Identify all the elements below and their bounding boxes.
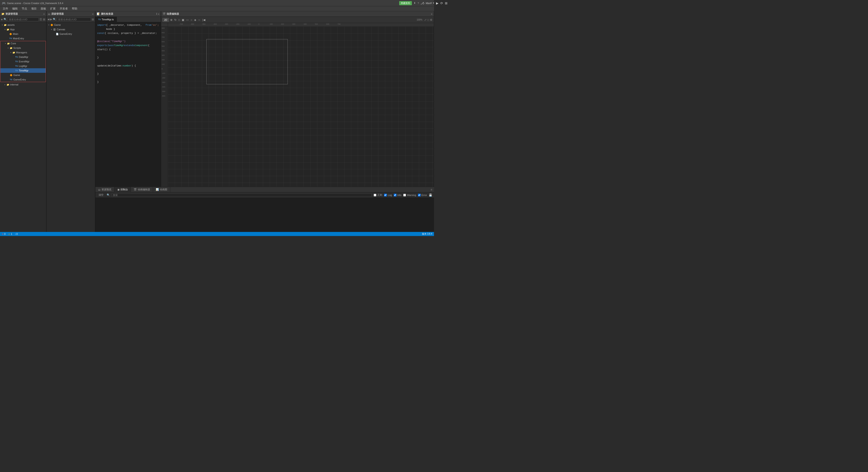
bottom-tab-timeline[interactable]: 📊 动画图 bbox=[153, 187, 170, 192]
download-icon[interactable]: ⬇ bbox=[414, 2, 416, 4]
asset-list-toggle-icon[interactable]: ☰ bbox=[39, 18, 42, 21]
scene-rotate-icon[interactable]: ↻ bbox=[174, 18, 177, 22]
menu-dev[interactable]: 开发者 bbox=[58, 6, 70, 11]
hierarchy-forward-icon[interactable]: ▶ bbox=[50, 18, 52, 21]
tree-item-assets[interactable]: ▾ 📁 assets bbox=[0, 23, 46, 27]
hierarchy-back-icon[interactable]: ◀ bbox=[48, 18, 49, 21]
asset-panel-toolbar: + 🔍 ☰ ⊞ bbox=[0, 17, 46, 22]
tree-item-eventmgr[interactable]: ▸ TS EventMgr bbox=[0, 59, 46, 64]
scene-play-icon[interactable]: ↔ bbox=[197, 18, 201, 22]
scene-scale-icon[interactable]: □ bbox=[178, 18, 180, 22]
tree-item-mainentry[interactable]: ▸ TS MainEntry bbox=[0, 36, 46, 41]
branch-dropdown-icon[interactable]: ▾ bbox=[433, 2, 434, 4]
scene-snap-icon[interactable]: ○ bbox=[190, 18, 193, 22]
console-search-icon: 🔍 bbox=[107, 193, 110, 196]
ruler-y-500: 500 bbox=[162, 45, 164, 47]
hierarchy-search-icon[interactable]: 🔍 bbox=[53, 18, 56, 21]
console-info-checkbox[interactable] bbox=[394, 194, 397, 196]
tree-label-mainentry: MainEntry bbox=[13, 37, 24, 40]
asset-tree: ▾ 📁 assets ▾ 📁 App ▸ 🔶 Main ▸ bbox=[0, 22, 46, 232]
scene-expand-icon[interactable]: ⤢ bbox=[424, 18, 427, 22]
asset-search-input[interactable] bbox=[8, 18, 39, 21]
editor-tab-timemgr[interactable]: TS TimeMgr.ts bbox=[95, 17, 117, 22]
tree-icon-scripts: 📁 bbox=[9, 46, 13, 50]
status-version: 版本 3.8.4 bbox=[422, 232, 432, 235]
console-clear-button[interactable]: 清空 bbox=[97, 193, 105, 197]
hierarchy-item-gameentry[interactable]: ▸ 📄 GameEntry bbox=[46, 32, 95, 36]
scene-editor-menu-icon[interactable]: ≡ bbox=[431, 13, 432, 15]
tree-item-gameentry-core[interactable]: ▸ TS GameEntry bbox=[0, 77, 46, 82]
menu-panel[interactable]: 面板 bbox=[39, 6, 48, 11]
hierarchy-search-input[interactable] bbox=[57, 18, 91, 21]
console-search-input[interactable] bbox=[112, 193, 372, 197]
publish-button[interactable]: 构建发布 bbox=[399, 1, 412, 5]
scene-rect-icon[interactable]: ▣ bbox=[181, 18, 185, 22]
code-editor-info-icon[interactable]: ℹ bbox=[156, 12, 157, 15]
asset-add-icon[interactable]: + bbox=[1, 18, 3, 21]
scene-2d-button[interactable]: 2D bbox=[162, 18, 169, 22]
tree-arrow-internal[interactable]: ▸ bbox=[4, 83, 6, 86]
tree-item-datamgr[interactable]: ▸ TS DataMgr bbox=[0, 55, 46, 59]
console-filter-warning[interactable]: Warning bbox=[403, 194, 416, 196]
asset-panel-menu-icon[interactable]: ≡ bbox=[43, 13, 45, 15]
console-warning-checkbox[interactable] bbox=[403, 194, 406, 196]
tree-item-timemgr[interactable]: ▸ TS TimeMgr bbox=[0, 68, 46, 73]
console-save-icon[interactable]: 💾 bbox=[429, 193, 432, 197]
console-filter-regex[interactable]: 正则 bbox=[374, 193, 382, 197]
hierarchy-panel-menu-icon[interactable]: ≡ bbox=[92, 13, 94, 15]
tree-item-game[interactable]: ▸ 🔶 Game bbox=[0, 73, 46, 77]
scene-move-icon[interactable]: ⊕ bbox=[170, 18, 173, 22]
console-error-checkbox[interactable] bbox=[418, 194, 421, 196]
console-filter-info[interactable]: Info bbox=[394, 194, 401, 196]
tree-item-scripts[interactable]: ▾ 📁 Scripts bbox=[0, 46, 46, 50]
help-icon[interactable]: ? bbox=[417, 2, 419, 4]
tree-arrow-scripts[interactable]: ▾ bbox=[7, 46, 9, 49]
tree-arrow-core[interactable]: ▾ bbox=[4, 42, 7, 45]
tree-arrow-assets[interactable]: ▾ bbox=[1, 24, 4, 26]
asset-filter-icon[interactable]: ⊞ bbox=[43, 18, 45, 21]
hierarchy-filter-icon[interactable]: ⊞ bbox=[92, 18, 94, 21]
asset-search-icon[interactable]: 🔍 bbox=[4, 18, 7, 21]
tree-arrow-managers[interactable]: ▾ bbox=[9, 51, 12, 54]
tree-item-internal[interactable]: ▸ 📁 internal bbox=[0, 82, 46, 87]
hierarchy-arrow-game[interactable]: ▾ bbox=[48, 24, 50, 26]
hierarchy-item-game[interactable]: ▾ 🔶 Game bbox=[46, 23, 95, 27]
scene-anchor-icon[interactable]: — bbox=[186, 18, 189, 22]
tree-item-main[interactable]: ▸ 🔶 Main bbox=[0, 32, 46, 36]
menu-file[interactable]: 文件 bbox=[1, 6, 10, 11]
ruler-x-n300: -300 bbox=[224, 23, 228, 25]
scene-grid-icon[interactable]: ◈ bbox=[194, 18, 197, 22]
scene-step-icon[interactable]: |◀ bbox=[202, 18, 206, 22]
console-log-checkbox[interactable] bbox=[384, 194, 387, 196]
tree-item-managers[interactable]: ▾ 📁 Managers bbox=[0, 50, 46, 55]
hierarchy-panel-header: 🗂 层级管理器 ≡ bbox=[46, 11, 95, 17]
tree-arrow-datamgr: ▸ bbox=[12, 56, 15, 58]
console-regex-checkbox[interactable] bbox=[374, 194, 376, 196]
menu-help[interactable]: 帮助 bbox=[70, 6, 79, 11]
menu-node[interactable]: 节点 bbox=[20, 6, 29, 11]
menu-edit[interactable]: 编辑 bbox=[10, 6, 20, 11]
tree-item-app[interactable]: ▾ 📁 App bbox=[0, 27, 46, 32]
tree-icon-assets: 📁 bbox=[4, 23, 7, 27]
tree-icon-internal: 📁 bbox=[6, 83, 9, 86]
bottom-tab-console[interactable]: 🖥 控制台 bbox=[114, 187, 131, 192]
scene-viewport[interactable]: 900 800 700 600 500 400 300 200 100 0 -1… bbox=[161, 23, 434, 187]
ruler-x-500: 500 bbox=[315, 23, 318, 25]
console-filter-error[interactable]: Error bbox=[418, 194, 427, 196]
tree-item-core[interactable]: ▾ 📁 Core bbox=[0, 41, 46, 46]
scene-fullscreen-icon[interactable]: □ bbox=[428, 18, 429, 22]
info-count: 0 bbox=[16, 233, 18, 235]
bottom-tab-assets[interactable]: 🗂 资源预览 bbox=[95, 187, 114, 192]
ruler-y-800: 800 bbox=[162, 32, 164, 34]
bottom-tab-animation[interactable]: 🎬 动画编辑器 bbox=[131, 187, 153, 192]
hierarchy-arrow-canvas[interactable]: ▾ bbox=[50, 28, 53, 31]
hierarchy-item-canvas[interactable]: ▾ 🖼 Canvas bbox=[46, 27, 95, 32]
bottom-panel-menu-icon[interactable]: ≡ bbox=[429, 188, 434, 191]
menu-extend[interactable]: 扩展 bbox=[49, 6, 57, 11]
code-editor-menu-icon[interactable]: ≡ bbox=[158, 13, 159, 15]
scene-settings-icon[interactable]: ⚙ bbox=[430, 18, 432, 22]
tree-arrow-app[interactable]: ▾ bbox=[4, 28, 6, 31]
console-filter-log[interactable]: Log bbox=[384, 194, 392, 196]
tree-item-logmgr[interactable]: ▸ TS LogMgr bbox=[0, 64, 46, 68]
menu-project[interactable]: 项目 bbox=[29, 6, 38, 11]
